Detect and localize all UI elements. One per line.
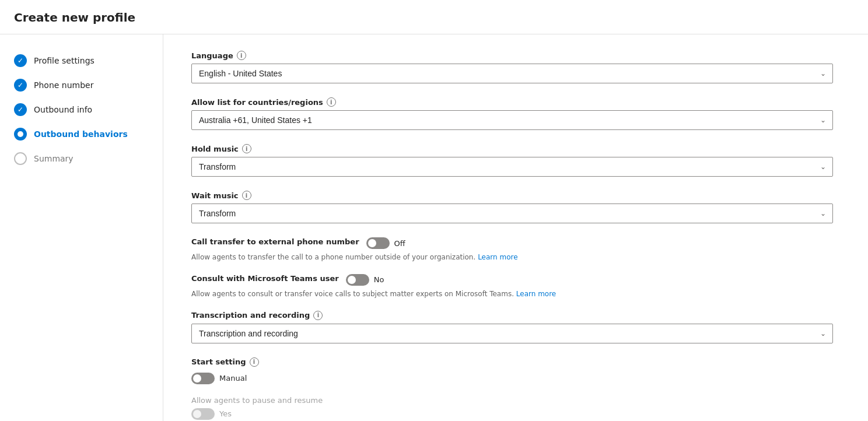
sidebar-label-profile-settings: Profile settings bbox=[34, 56, 94, 65]
wait-music-info-icon[interactable]: i bbox=[242, 191, 251, 200]
hold-music-info-icon[interactable]: i bbox=[242, 144, 251, 153]
language-field-group: Language i English - United States ⌄ bbox=[191, 51, 833, 83]
start-setting-slider bbox=[191, 373, 215, 384]
hold-music-label: Hold music i bbox=[191, 144, 833, 153]
consult-teams-slider bbox=[346, 274, 369, 286]
transcription-select[interactable]: Transcription and recording bbox=[191, 324, 833, 343]
allow-list-select[interactable]: Australia +61, United States +1 bbox=[191, 110, 833, 130]
allow-pause-toggle bbox=[191, 408, 215, 420]
start-setting-status: Manual bbox=[219, 374, 247, 383]
consult-teams-toggle-row: Consult with Microsoft Teams user No bbox=[191, 274, 833, 286]
allow-list-label: Allow list for countries/regions i bbox=[191, 97, 833, 107]
language-label: Language i bbox=[191, 51, 833, 60]
transcription-field-group: Transcription and recording i Transcript… bbox=[191, 311, 833, 343]
call-transfer-field-group: Call transfer to external phone number O… bbox=[191, 237, 833, 262]
call-transfer-toggle-row: Call transfer to external phone number O… bbox=[191, 237, 833, 249]
sidebar-label-outbound-behaviors: Outbound behaviors bbox=[34, 129, 128, 139]
hold-music-field-group: Hold music i Transform ⌄ bbox=[191, 144, 833, 177]
sidebar-item-outbound-info[interactable]: ✓ Outbound info bbox=[0, 97, 163, 122]
transcription-info-icon[interactable]: i bbox=[313, 311, 323, 320]
page-header: Create new profile bbox=[0, 0, 868, 34]
allow-list-field-group: Allow list for countries/regions i Austr… bbox=[191, 97, 833, 130]
page-title: Create new profile bbox=[14, 10, 854, 24]
consult-teams-status: No bbox=[374, 275, 384, 284]
transcription-label: Transcription and recording i bbox=[191, 311, 833, 320]
language-info-icon[interactable]: i bbox=[237, 51, 246, 60]
wait-music-select-wrapper: Transform ⌄ bbox=[191, 204, 833, 223]
consult-teams-toggle-container: No bbox=[346, 274, 384, 286]
start-setting-field-group: Start setting i Manual bbox=[191, 357, 833, 384]
sidebar-item-phone-number[interactable]: ✓ Phone number bbox=[0, 73, 163, 97]
consult-teams-field-group: Consult with Microsoft Teams user No All… bbox=[191, 274, 833, 299]
call-transfer-toggle-container: Off bbox=[366, 237, 405, 249]
start-setting-toggle[interactable] bbox=[191, 373, 215, 384]
sidebar-label-outbound-info: Outbound info bbox=[34, 105, 92, 114]
allow-pause-status: Yes bbox=[219, 409, 232, 418]
consult-teams-label: Consult with Microsoft Teams user bbox=[191, 274, 339, 283]
start-setting-info-icon[interactable]: i bbox=[250, 357, 259, 367]
call-transfer-label: Call transfer to external phone number bbox=[191, 237, 359, 246]
allow-pause-toggle-container: Yes bbox=[191, 408, 833, 420]
language-select-wrapper: English - United States ⌄ bbox=[191, 64, 833, 83]
allow-pause-field-group: Allow agents to pause and resume Yes bbox=[191, 396, 833, 420]
step-indicator-phone-number: ✓ bbox=[14, 79, 27, 92]
call-transfer-toggle[interactable] bbox=[366, 237, 390, 249]
wait-music-field-group: Wait music i Transform ⌄ bbox=[191, 191, 833, 223]
language-select[interactable]: English - United States bbox=[191, 64, 833, 83]
sidebar: ✓ Profile settings ✓ Phone number ✓ Outb… bbox=[0, 34, 163, 421]
consult-teams-toggle[interactable] bbox=[346, 274, 369, 286]
step-indicator-outbound-behaviors bbox=[14, 128, 27, 141]
start-setting-label: Start setting i bbox=[191, 357, 833, 367]
sidebar-item-summary[interactable]: Summary bbox=[0, 146, 163, 171]
wait-music-label: Wait music i bbox=[191, 191, 833, 200]
call-transfer-learn-more-link[interactable]: Learn more bbox=[478, 253, 517, 261]
call-transfer-helper: Allow agents to transfer the call to a p… bbox=[191, 252, 833, 262]
allow-list-select-wrapper: Australia +61, United States +1 ⌄ bbox=[191, 110, 833, 130]
start-setting-toggle-container: Manual bbox=[191, 373, 833, 384]
sidebar-item-outbound-behaviors[interactable]: Outbound behaviors bbox=[0, 122, 163, 146]
hold-music-select-wrapper: Transform ⌄ bbox=[191, 157, 833, 177]
allow-pause-slider bbox=[191, 408, 215, 420]
step-indicator-outbound-info: ✓ bbox=[14, 103, 27, 116]
transcription-select-wrapper: Transcription and recording ⌄ bbox=[191, 324, 833, 343]
hold-music-select[interactable]: Transform bbox=[191, 157, 833, 177]
sidebar-item-profile-settings[interactable]: ✓ Profile settings bbox=[0, 48, 163, 73]
consult-teams-helper: Allow agents to consult or transfer voic… bbox=[191, 289, 833, 299]
form-section: Language i English - United States ⌄ All… bbox=[191, 51, 833, 420]
call-transfer-status: Off bbox=[394, 239, 405, 248]
allow-list-info-icon[interactable]: i bbox=[327, 97, 336, 107]
main-content: Language i English - United States ⌄ All… bbox=[163, 34, 868, 421]
sidebar-label-phone-number: Phone number bbox=[34, 80, 93, 90]
step-indicator-profile-settings: ✓ bbox=[14, 54, 27, 67]
sidebar-label-summary: Summary bbox=[34, 154, 74, 163]
wait-music-select[interactable]: Transform bbox=[191, 204, 833, 223]
call-transfer-slider bbox=[366, 237, 390, 249]
consult-teams-learn-more-link[interactable]: Learn more bbox=[516, 290, 556, 298]
step-indicator-summary bbox=[14, 152, 27, 165]
allow-pause-label: Allow agents to pause and resume bbox=[191, 396, 833, 405]
